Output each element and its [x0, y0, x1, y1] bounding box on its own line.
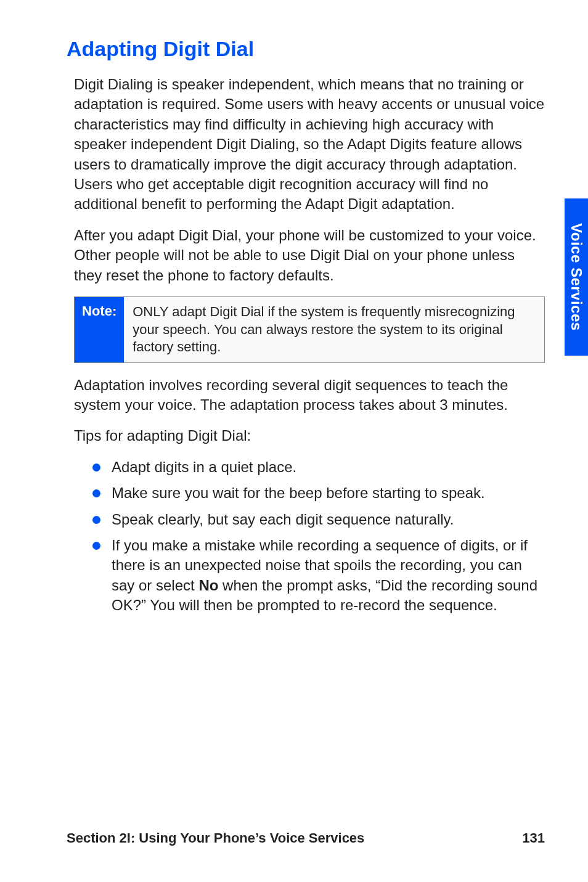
list-item: Speak clearly, but say each digit sequen…: [92, 510, 545, 529]
list-item: Make sure you wait for the beep before s…: [92, 483, 545, 503]
paragraph-4: Tips for adapting Digit Dial:: [67, 426, 545, 446]
section-heading: Adapting Digit Dial: [67, 37, 545, 61]
paragraph-1: Digit Dialing is speaker independent, wh…: [67, 75, 545, 214]
note-content: ONLY adapt Digit Dial if the system is f…: [124, 297, 544, 362]
bullet-icon: [92, 463, 100, 472]
bullet-icon: [92, 516, 100, 524]
list-item-bold: No: [198, 577, 218, 594]
list-item-text: Make sure you wait for the beep before s…: [112, 483, 545, 503]
bullet-icon: [92, 542, 100, 550]
list-item-text: If you make a mistake while recording a …: [112, 536, 545, 616]
bullet-icon: [92, 489, 100, 497]
paragraph-3: Adaptation involves recording several di…: [67, 375, 545, 415]
note-label: Note:: [75, 297, 124, 362]
footer-page-number: 131: [522, 830, 545, 846]
list-item-text: Adapt digits in a quiet place.: [112, 457, 545, 477]
page-footer: Section 2I: Using Your Phone’s Voice Ser…: [67, 830, 545, 846]
side-tab: Voice Services: [565, 198, 588, 356]
side-tab-label: Voice Services: [568, 223, 585, 331]
tips-list: Adapt digits in a quiet place. Make sure…: [67, 457, 545, 616]
list-item-text: Speak clearly, but say each digit sequen…: [112, 510, 545, 529]
note-callout: Note: ONLY adapt Digit Dial if the syste…: [74, 296, 545, 363]
paragraph-2: After you adapt Digit Dial, your phone w…: [67, 226, 545, 285]
footer-section: Section 2I: Using Your Phone’s Voice Ser…: [67, 830, 364, 846]
list-item: Adapt digits in a quiet place.: [92, 457, 545, 477]
list-item: If you make a mistake while recording a …: [92, 536, 545, 616]
